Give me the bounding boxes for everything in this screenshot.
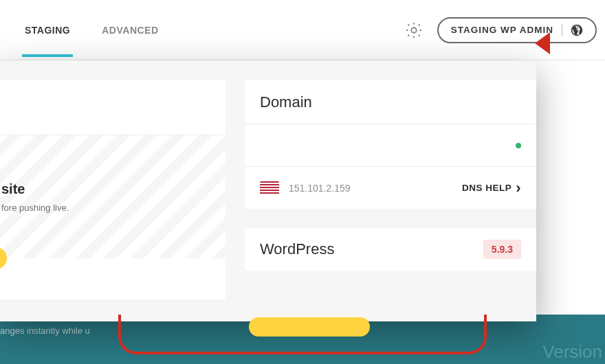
dns-help-label: DNS HELP (462, 183, 512, 193)
domain-card-title: Domain (245, 80, 536, 124)
wordpress-card: WordPress 5.9.3 (245, 228, 536, 271)
wordpress-version-badge: 5.9.3 (483, 240, 521, 259)
separator (562, 24, 562, 36)
svg-point-0 (411, 27, 416, 32)
staging-wp-admin-button[interactable]: STAGING WP ADMIN (437, 17, 597, 43)
top-bar: STAGING ADVANCED STAGING WP ADMIN (0, 0, 605, 60)
site-title: site (1, 181, 226, 197)
ip-address: 151.101.2.159 (289, 183, 351, 194)
tab-advanced[interactable]: ADVANCED (102, 4, 158, 56)
chevron-right-icon: › (516, 183, 521, 192)
wordpress-card-title: WordPress (260, 240, 334, 258)
status-dot-icon (516, 143, 521, 148)
bg-text-right: Version (542, 341, 602, 363)
callout-arrow-icon (535, 32, 550, 54)
main-panel: site fore pushing live. Domain 151.101.2… (0, 60, 536, 321)
dns-help-link[interactable]: DNS HELP › (462, 183, 521, 193)
yellow-pill-decor (0, 247, 7, 269)
env-tabs: STAGING ADVANCED (25, 4, 159, 56)
bg-text-left: anges instantly while u (0, 326, 90, 336)
wordpress-row: WordPress 5.9.3 (245, 228, 536, 271)
tab-staging[interactable]: STAGING (25, 4, 70, 56)
wordpress-icon (571, 24, 583, 36)
gear-icon[interactable] (404, 21, 424, 40)
us-flag-icon (260, 181, 279, 195)
domain-status-row (245, 124, 536, 166)
left-card: site fore pushing live. (0, 80, 226, 299)
highlighted-button[interactable] (249, 317, 370, 337)
domain-ip-row: 151.101.2.159 DNS HELP › (245, 166, 536, 209)
staging-site-card: site fore pushing live. (0, 135, 226, 258)
site-subtitle: fore pushing live. (1, 203, 226, 213)
domain-card: Domain 151.101.2.159 DNS HELP › (245, 80, 536, 209)
